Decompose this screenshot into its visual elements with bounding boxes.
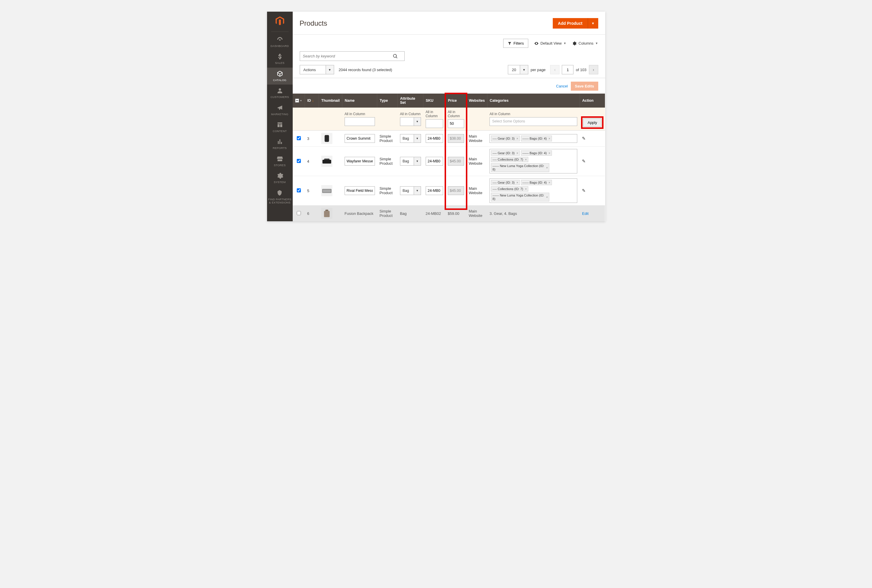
cell-website: Main Website <box>467 176 488 206</box>
bulk-name-input[interactable] <box>345 117 375 126</box>
edit-link[interactable]: Edit <box>582 212 588 216</box>
actions-dropdown[interactable]: Actions ▼ <box>300 65 334 74</box>
col-header-price[interactable]: Price <box>446 94 467 108</box>
bulk-categories-multiselect[interactable]: Select Some Options <box>489 117 577 126</box>
col-header-thumbnail[interactable]: Thumbnail <box>319 94 342 108</box>
cell-website: Main Website <box>467 147 488 176</box>
row-categories-multiselect[interactable]: ---- Gear (ID: 3)×------ Bags (ID: 4)×--… <box>489 178 577 203</box>
category-tag: ---- Collections (ID: 7)× <box>491 157 528 162</box>
row-attr-select[interactable]: Bag▼ <box>400 186 421 195</box>
chevron-down-icon: ▼ <box>326 65 334 74</box>
grid-wrap: ▼ ID↓ Thumbnail Name Type Attribute Set … <box>293 94 605 221</box>
remove-tag-icon[interactable]: × <box>546 166 548 170</box>
table-row: 5 Simple Product Bag▼ Main Website ---- … <box>293 176 605 206</box>
edit-icon[interactable]: ✎ <box>582 159 586 164</box>
add-product-button[interactable]: Add Product <box>553 18 588 28</box>
add-product-dropdown[interactable]: ▼ <box>588 18 598 28</box>
pager-page-input[interactable] <box>562 65 573 74</box>
sidebar-item-stores[interactable]: STORES <box>267 153 293 170</box>
row-categories-multiselect[interactable]: ---- Gear (ID: 3)×------ Bags (ID: 4)× <box>489 134 577 143</box>
bulk-sku-label: All in Column <box>426 110 443 118</box>
admin-sidebar: DASHBOARD SALES CATALOG CUSTOMERS MARKET… <box>267 12 293 221</box>
apply-button[interactable]: Apply <box>583 118 602 127</box>
col-header-action[interactable]: Action <box>579 94 605 108</box>
filters-button[interactable]: Filters <box>503 39 528 48</box>
row-sku-input[interactable] <box>426 186 443 195</box>
actions-label: Actions <box>300 65 326 74</box>
remove-tag-icon[interactable]: × <box>548 151 550 155</box>
thumbnail-icon <box>321 185 332 196</box>
sidebar-item-content[interactable]: CONTENT <box>267 118 293 135</box>
remove-tag-icon[interactable]: × <box>516 137 518 140</box>
row-sku-input[interactable] <box>426 157 443 166</box>
cell-id: 3 <box>305 130 319 147</box>
remove-tag-icon[interactable]: × <box>516 151 518 155</box>
cancel-link[interactable]: Cancel <box>556 84 567 88</box>
col-header-id[interactable]: ID↓ <box>305 94 319 108</box>
cell-name: Fusion Backpack <box>342 206 377 222</box>
thumbnail-icon <box>321 208 332 219</box>
bulk-cat-label: All in Column <box>489 112 577 116</box>
bulk-sku-input[interactable] <box>426 119 443 128</box>
sidebar-label: MARKETING <box>271 112 288 116</box>
svg-rect-1 <box>296 100 298 101</box>
remove-tag-icon[interactable]: × <box>548 181 550 184</box>
columns-dropdown[interactable]: Columns ▼ <box>572 41 598 46</box>
sidebar-label: FIND PARTNERS & EXTENSIONS <box>268 198 291 204</box>
per-page-select[interactable]: 20 ▼ <box>508 65 528 74</box>
row-checkbox[interactable] <box>297 136 301 140</box>
search-input[interactable] <box>300 52 393 61</box>
col-header-categories[interactable]: Categories <box>487 94 579 108</box>
row-categories-multiselect[interactable]: ---- Gear (ID: 3)×------ Bags (ID: 4)×--… <box>489 149 577 174</box>
row-checkbox[interactable] <box>297 188 301 192</box>
row-checkbox[interactable] <box>297 211 301 215</box>
sidebar-item-dashboard[interactable]: DASHBOARD <box>267 33 293 50</box>
col-header-sku[interactable]: SKU <box>423 94 446 108</box>
row-attr-select[interactable]: Bag▼ <box>400 134 421 143</box>
sidebar-item-customers[interactable]: CUSTOMERS <box>267 84 293 102</box>
grid-toolbar-top: Filters Default View ▼ Columns ▼ <box>293 35 605 50</box>
row-price-input <box>448 134 464 143</box>
pager-next[interactable]: › <box>589 65 598 74</box>
sidebar-item-sales[interactable]: SALES <box>267 50 293 68</box>
row-checkbox[interactable] <box>297 159 301 163</box>
col-header-attribute-set[interactable]: Attribute Set <box>398 94 423 108</box>
row-attr-select[interactable]: Bag▼ <box>400 157 421 166</box>
row-name-input[interactable] <box>345 134 375 143</box>
cell-website: Main Website <box>467 206 488 222</box>
sidebar-item-reports[interactable]: REPORTS <box>267 135 293 153</box>
remove-tag-icon[interactable]: × <box>546 195 548 199</box>
default-view-dropdown[interactable]: Default View ▼ <box>534 41 566 46</box>
grid-header-row: ▼ ID↓ Thumbnail Name Type Attribute Set … <box>293 94 605 108</box>
remove-tag-icon[interactable]: × <box>525 158 527 161</box>
bulk-attr-select[interactable]: ▼ <box>400 117 421 126</box>
col-header-websites[interactable]: Websites <box>467 94 488 108</box>
row-name-input[interactable] <box>345 157 375 166</box>
remove-tag-icon[interactable]: × <box>516 181 518 184</box>
category-tag: ------ Bags (ID: 4)× <box>521 180 552 185</box>
edit-actions-bar: Cancel Save Edits <box>293 78 605 94</box>
col-header-type[interactable]: Type <box>377 94 398 108</box>
remove-tag-icon[interactable]: × <box>525 187 527 190</box>
edit-icon[interactable]: ✎ <box>582 136 586 141</box>
edit-icon[interactable]: ✎ <box>582 188 586 193</box>
bulk-price-input[interactable] <box>448 119 464 128</box>
cell-type: Simple Product <box>377 176 398 206</box>
page-header: Products Add Product ▼ <box>293 12 605 35</box>
col-header-checkbox[interactable]: ▼ <box>293 94 305 108</box>
remove-tag-icon[interactable]: × <box>548 137 550 140</box>
cell-type: Simple Product <box>377 147 398 176</box>
sidebar-item-partners[interactable]: FIND PARTNERS & EXTENSIONS <box>267 187 293 207</box>
pager-of-text: of 103 <box>576 68 586 72</box>
row-sku-input[interactable] <box>426 134 443 143</box>
pager-prev[interactable]: ‹ <box>550 65 560 74</box>
sidebar-item-catalog[interactable]: CATALOG <box>267 68 293 84</box>
search-button[interactable] <box>393 52 404 61</box>
main-content: Products Add Product ▼ Filters Default V… <box>293 12 605 221</box>
eye-icon <box>534 41 539 46</box>
row-name-input[interactable] <box>345 186 375 195</box>
sidebar-item-marketing[interactable]: MARKETING <box>267 102 293 118</box>
save-edits-button[interactable]: Save Edits <box>571 82 598 91</box>
sidebar-item-system[interactable]: SYSTEM <box>267 170 293 187</box>
col-header-name[interactable]: Name <box>342 94 377 108</box>
